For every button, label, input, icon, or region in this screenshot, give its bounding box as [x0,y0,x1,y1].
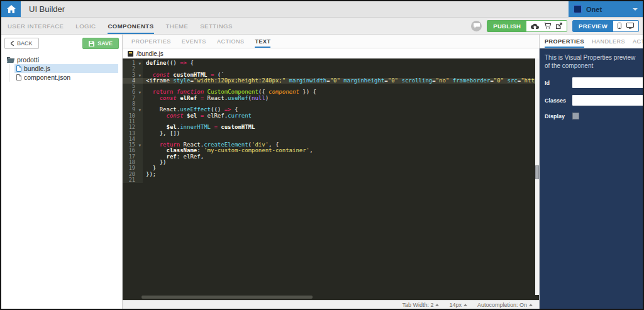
status-dropdown-14px[interactable]: 14px [449,302,467,308]
chat-button[interactable] [471,21,482,31]
display-checkbox[interactable] [572,113,579,119]
code-text [143,119,535,125]
chevron-up-icon [464,304,467,306]
code-line-18: 18 }) [123,160,535,165]
code-text: }, []) [143,131,535,136]
vertical-scrollbar-track [535,58,539,295]
nav-tab-components[interactable]: COMPONENTS [108,18,153,34]
code-text: const $el = elRef.current [143,113,535,119]
properties-tab-properties[interactable]: PROPERTIES [545,35,584,48]
field-label: Id [545,80,572,86]
editor-tab-actions[interactable]: ACTIONS [217,35,245,48]
code-text: $el.innerHTML = customHTML [143,125,535,130]
code-text [143,177,535,183]
code-line-2: 2 [123,66,535,72]
publish-button[interactable]: PUBLISH [487,21,526,31]
code-line-16: 16 className: 'my-custom-component-conta… [123,148,535,153]
toolbar-actions: PUBLISH PREVIEW [471,20,639,32]
folder-icon [7,57,14,63]
file-tree: prodottibundle.jscomponent.json [1,53,122,84]
properties-tab-handlers[interactable]: HANDLERS [592,35,625,48]
cart-icon[interactable] [544,23,551,29]
properties-tab-actions[interactable]: ACTIONS [633,35,644,48]
preview-button-group: PREVIEW [572,20,639,32]
app-window: UI Builder Onet USER INTERFACELOGICCOMPO… [0,0,644,310]
tree-item-bundle-js[interactable]: bundle.js [14,64,118,73]
preview-button[interactable]: PREVIEW [573,21,613,31]
code-line-5: 5 [123,84,535,89]
editor-tab-events[interactable]: EVENTS [182,35,206,48]
fold-toggle-icon[interactable]: ▼ [136,60,141,66]
cloud-upload-icon[interactable] [531,23,539,29]
tree-item-label: bundle.js [24,65,50,72]
status-dropdown-tab-width[interactable]: Tab Width: 2 [402,302,439,308]
page-title: UI Builder [21,1,65,17]
breadcrumb: /bundle.js [123,48,539,58]
publish-icons [526,21,567,31]
editor-tab-properties[interactable]: PROPERTIES [131,35,171,48]
main-nav-tabs: USER INTERFACELOGICCOMPONENTSTHEMESETTIN… [8,18,233,34]
id-field[interactable] [572,77,644,88]
file-type-icon [128,51,133,57]
editor-tab-text[interactable]: TEXT [255,35,270,48]
main-toolbar: USER INTERFACELOGICCOMPONENTSTHEMESETTIN… [1,18,643,35]
code-text: define(() => { [143,60,535,66]
save-button[interactable]: SAVE [82,38,119,49]
code-line-17: 17 ref: elRef, [123,154,535,160]
status-dropdown-autocompletion[interactable]: Autocompletion: On [477,302,533,308]
code-text: }); [143,172,535,177]
code-line-4: 4<iframe style="width:120px;height:240px… [123,78,535,84]
app-selector-dropdown[interactable]: Onet [569,1,643,17]
tree-item-prodotti[interactable]: prodotti [5,55,118,64]
preview-icons [613,21,638,31]
classes-field[interactable] [572,95,644,106]
code-line-8: 8 [123,101,535,107]
code-text: const customHTML = (` [143,72,535,78]
properties-panel: PROPERTIESHANDLERSACTIONS This is Visual… [540,35,643,309]
back-button[interactable]: BACK [4,38,39,49]
editor-tab-bar: PROPERTIESEVENTSACTIONSTEXT [123,35,539,48]
code-line-14: 14 [123,136,535,142]
nav-tab-logic[interactable]: LOGIC [75,18,96,34]
code-line-19: 19 } [123,165,535,171]
code-line-20: 20}); [123,172,535,177]
home-button[interactable] [1,1,21,17]
code-line-11: 11 [123,119,535,125]
chevron-left-icon [11,41,14,46]
horizontal-scrollbar-thumb[interactable] [142,296,313,299]
code-text [143,66,535,72]
file-icon [16,74,21,80]
field-row-classes: Classes [545,95,638,106]
fold-toggle-icon[interactable]: ▼ [136,142,141,148]
topbar-spacer [65,1,569,17]
phone-icon[interactable] [618,23,621,29]
code-text: return React.createElement('div', { [143,142,535,148]
field-row-id: Id [545,77,638,88]
tree-item-component-json[interactable]: component.json [14,73,118,82]
code-text: return function CustomComponent({ compon… [143,89,535,95]
code-line-1: 1▼define(() => { [123,60,535,66]
code-editor[interactable]: 1▼define(() => {23▼ const customHTML = (… [123,58,539,300]
code-line-3: 3▼ const customHTML = (` [123,72,535,78]
app-logo-icon [574,5,582,13]
open-file-name: /bundle.js [136,50,164,57]
fold-toggle-icon[interactable]: ▼ [136,72,141,78]
vertical-scrollbar-thumb[interactable] [535,165,539,179]
code-text: className: 'my-custom-component-containe… [143,148,535,153]
field-label: Classes [545,97,572,104]
monitor-icon[interactable] [626,23,634,29]
code-text: }) [143,160,535,165]
nav-tab-user-interface[interactable]: USER INTERFACE [8,18,64,34]
nav-tab-settings[interactable]: SETTINGS [200,18,233,34]
code-line-10: 10 const $el = elRef.current [123,113,535,119]
home-icon [7,5,16,13]
code-text [143,101,535,107]
nav-tab-theme[interactable]: THEME [166,18,189,34]
editor-status-bar: Tab Width: 214pxAutocompletion: On [123,300,539,309]
fold-toggle-icon[interactable]: ▼ [136,89,141,95]
code-line-9: 9▼ React.useEffect(() => { [123,107,535,113]
publish-button-group: PUBLISH [487,20,567,32]
export-icon[interactable] [556,23,562,29]
fold-toggle-icon[interactable]: ▼ [136,107,141,113]
code-text: const elRef = React.useRef(null) [143,96,535,101]
